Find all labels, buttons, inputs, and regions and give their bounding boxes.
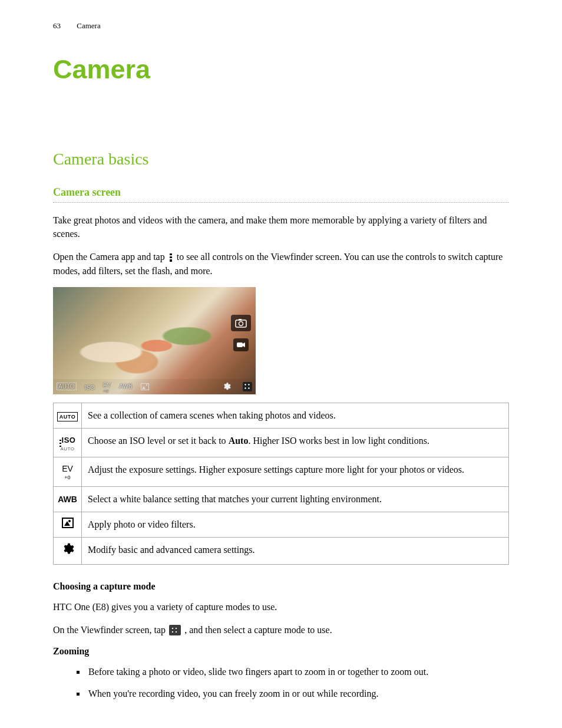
vf-gear-icon: [222, 382, 231, 391]
vf-iso-label: ISO: [85, 381, 95, 392]
page-number: 63: [53, 21, 61, 30]
camera-shutter-icon: [231, 315, 251, 331]
page-header: 63 Camera: [53, 21, 509, 31]
capture-mode-p1: HTC One (E8) gives you a variety of capt…: [53, 600, 509, 614]
viewfinder-screenshot: AUTO ISO EV +0 AWB: [53, 287, 256, 394]
capture-mode-p2: On the Viewfinder screen, tap , and then…: [53, 623, 509, 637]
iso-icon: ISO AUTO: [54, 429, 82, 457]
intro-paragraph-2: Open the Camera app and tap to see all c…: [53, 250, 509, 277]
subsection-title: Camera screen: [53, 186, 509, 203]
svg-rect-3: [237, 342, 243, 347]
table-cell-text: Select a white balance setting that matc…: [82, 486, 509, 512]
table-cell-text: Modify basic and advanced camera setting…: [82, 538, 509, 564]
table-row: EV +0 Adjust the exposure settings. High…: [54, 457, 509, 486]
section-title: Camera basics: [53, 150, 509, 169]
vf-ev-label: EV +0: [103, 379, 111, 394]
table-row: Apply photo or video filters.: [54, 512, 509, 538]
intro-paragraph-1: Take great photos and videos with the ca…: [53, 213, 509, 241]
list-item: When you're recording video, you can fre…: [86, 687, 509, 700]
vf-scene-label: AUTO: [57, 383, 77, 390]
list-item: Before taking a photo or video, slide tw…: [86, 665, 509, 678]
table-cell-text: See a collection of camera scenes when t…: [82, 403, 509, 428]
vf-filter-icon: [141, 383, 149, 390]
gear-icon: [54, 538, 82, 564]
vf-awb-label: AWB: [119, 383, 132, 390]
svg-point-1: [239, 321, 243, 325]
kebab-menu-icon: [168, 253, 173, 262]
ev-icon: EV +0: [54, 457, 82, 486]
vf-mode-grid-icon: [243, 382, 252, 391]
camera-controls-table: AUTO See a collection of camera scenes w…: [53, 403, 509, 565]
intro-p2-a: Open the Camera app and tap: [53, 252, 167, 262]
table-row: Modify basic and advanced camera setting…: [54, 538, 509, 564]
auto-scene-icon: AUTO: [54, 403, 82, 428]
mode-grid-icon: [169, 625, 181, 635]
table-row: AUTO See a collection of camera scenes w…: [54, 403, 509, 428]
filter-icon: [54, 512, 82, 538]
capture-mode-heading: Choosing a capture mode: [53, 581, 509, 592]
table-row: ISO AUTO Choose an ISO level or set it b…: [54, 429, 509, 457]
awb-icon: AWB: [54, 486, 82, 512]
table-cell-text: Choose an ISO level or set it back to Au…: [82, 429, 509, 457]
svg-rect-2: [239, 319, 242, 321]
capture-p2-a: On the Viewfinder screen, tap: [53, 625, 168, 635]
table-cell-text: Apply photo or video filters.: [82, 512, 509, 538]
table-cell-text: Adjust the exposure settings. Higher exp…: [82, 457, 509, 486]
zooming-heading: Zooming: [53, 646, 509, 657]
svg-point-5: [146, 384, 147, 386]
header-section: Camera: [77, 21, 100, 30]
table-row: AWB Select a white balance setting that …: [54, 486, 509, 512]
zooming-bullets: Before taking a photo or video, slide tw…: [53, 665, 509, 700]
chapter-title: Camera: [53, 54, 509, 85]
capture-p2-b: , and then select a capture mode to use.: [184, 625, 332, 635]
video-record-icon: [233, 338, 249, 351]
